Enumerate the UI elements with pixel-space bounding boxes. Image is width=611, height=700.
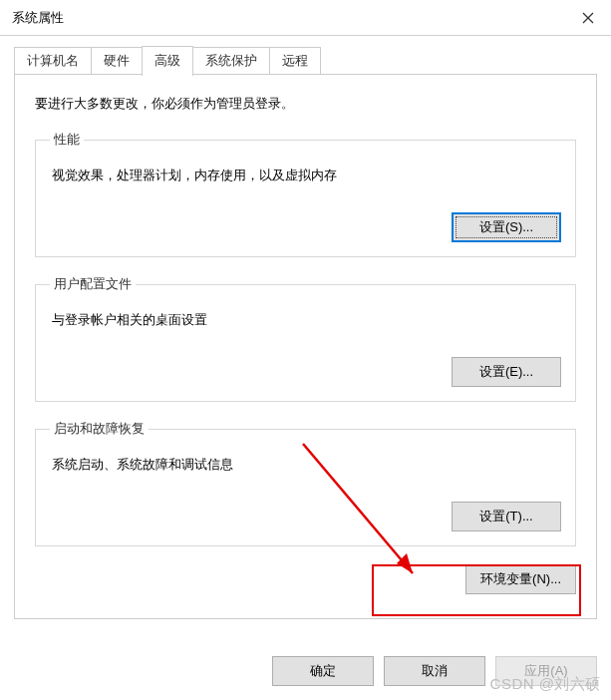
group-startup-recovery: 启动和故障恢复 系统启动、系统故障和调试信息 设置(T)... xyxy=(35,420,576,546)
group-performance-desc: 视觉效果，处理器计划，内存使用，以及虚拟内存 xyxy=(52,167,561,184)
group-performance-legend: 性能 xyxy=(50,131,84,149)
group-user-profiles: 用户配置文件 与登录帐户相关的桌面设置 设置(E)... xyxy=(35,275,576,402)
tab-baseline xyxy=(14,74,597,75)
env-vars-row: 环境变量(N)... xyxy=(35,564,576,594)
apply-button[interactable]: 应用(A) xyxy=(495,656,597,686)
startup-recovery-settings-button[interactable]: 设置(T)... xyxy=(452,502,561,531)
group-startup-recovery-legend: 启动和故障恢复 xyxy=(50,420,149,438)
tab-remote[interactable]: 远程 xyxy=(269,47,321,75)
admin-notice: 要进行大多数更改，你必须作为管理员登录。 xyxy=(35,95,576,113)
environment-variables-button[interactable]: 环境变量(N)... xyxy=(465,564,576,594)
cancel-button[interactable]: 取消 xyxy=(384,656,485,686)
tab-system-protection[interactable]: 系统保护 xyxy=(192,47,270,75)
close-icon xyxy=(582,12,594,24)
group-startup-recovery-desc: 系统启动、系统故障和调试信息 xyxy=(52,456,561,474)
dialog-footer: 确定 取消 应用(A) xyxy=(0,644,611,700)
tab-strip: 计算机名 硬件 高级 系统保护 远程 xyxy=(14,48,597,75)
dialog-body: 计算机名 硬件 高级 系统保护 远程 要进行大多数更改，你必须作为管理员登录。 … xyxy=(0,36,611,619)
user-profiles-settings-button[interactable]: 设置(E)... xyxy=(452,357,561,387)
tab-content-advanced: 要进行大多数更改，你必须作为管理员登录。 性能 视觉效果，处理器计划，内存使用，… xyxy=(14,75,597,619)
tab-hardware[interactable]: 硬件 xyxy=(91,47,143,75)
performance-settings-button[interactable]: 设置(S)... xyxy=(452,212,561,242)
window-title: 系统属性 xyxy=(12,9,64,27)
group-user-profiles-legend: 用户配置文件 xyxy=(50,275,136,293)
tab-advanced[interactable]: 高级 xyxy=(142,46,193,76)
titlebar: 系统属性 xyxy=(0,0,611,36)
ok-button[interactable]: 确定 xyxy=(272,656,374,686)
tab-computer-name[interactable]: 计算机名 xyxy=(14,47,92,75)
close-button[interactable] xyxy=(565,0,611,36)
group-user-profiles-desc: 与登录帐户相关的桌面设置 xyxy=(52,311,561,329)
group-performance: 性能 视觉效果，处理器计划，内存使用，以及虚拟内存 设置(S)... xyxy=(35,131,576,257)
